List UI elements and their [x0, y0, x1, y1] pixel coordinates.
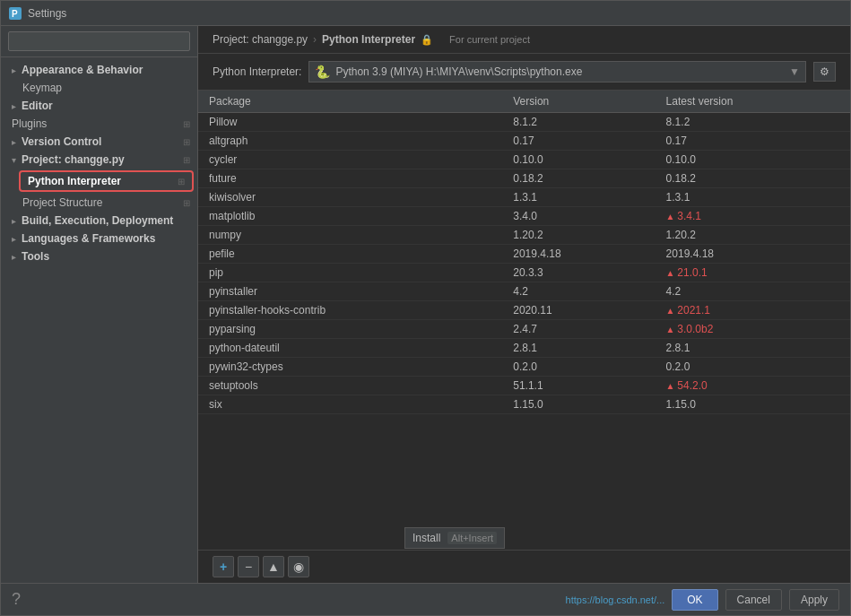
breadcrumb-separator: ›: [313, 33, 317, 46]
package-name: future: [198, 169, 502, 188]
sidebar-item-plugins[interactable]: Plugins ⊞: [1, 115, 197, 133]
sidebar-item-version-control[interactable]: ▸ Version Control ⊞: [1, 133, 197, 151]
python-icon: 🐍: [315, 65, 330, 79]
dropdown-arrow-icon: ▼: [789, 65, 800, 78]
app-icon: P: [8, 6, 22, 21]
upgrade-package-button[interactable]: ▲: [263, 556, 284, 577]
sidebar-item-project[interactable]: ▾ Project: changge.py ⊞: [1, 151, 197, 169]
add-package-button[interactable]: +: [213, 556, 234, 577]
package-latest: 2.8.1: [656, 339, 850, 358]
package-latest: 8.1.2: [656, 113, 850, 132]
package-name: kiwisolver: [198, 188, 502, 207]
package-latest: 1.3.1: [656, 188, 850, 207]
package-latest: 0.18.2: [656, 169, 850, 188]
interpreter-icon: ⊞: [178, 177, 185, 187]
table-row[interactable]: cycler0.10.00.10.0: [198, 151, 850, 169]
window-title: Settings: [28, 7, 66, 20]
package-latest: 4.2: [656, 282, 850, 301]
package-latest: 0.10.0: [656, 151, 850, 169]
sidebar-item-editor[interactable]: ▸ Editor: [1, 97, 197, 115]
package-version: 2019.4.18: [502, 245, 655, 264]
interpreter-select[interactable]: 🐍 Python 3.9 (MIYA) H:\MIYA\venv\Scripts…: [308, 61, 806, 82]
table-row[interactable]: python-dateutil2.8.12.8.1: [198, 339, 850, 358]
title-bar: P Settings: [1, 1, 850, 26]
package-version: 0.17: [502, 132, 655, 151]
chevron-right-icon2: ▸: [12, 101, 16, 111]
toolbar: + − ▲ ◉ Install Alt+Insert: [198, 550, 850, 583]
sidebar-item-keymap[interactable]: Keymap: [1, 79, 197, 97]
content-area: Project: changge.py › Python Interpreter…: [198, 26, 850, 583]
table-row[interactable]: matplotlib3.4.0▲ 3.4.1: [198, 207, 850, 226]
breadcrumb-note: For current project: [449, 34, 530, 45]
sidebar-nav: ▸ Appearance & Behavior Keymap ▸ Editor …: [1, 57, 197, 583]
chevron-down-icon: ▾: [12, 155, 16, 165]
package-latest: ▲ 54.2.0: [656, 377, 850, 395]
interpreter-select-text: Python 3.9 (MIYA) H:\MIYA\venv\Scripts\p…: [335, 65, 784, 78]
sidebar-item-languages[interactable]: ▸ Languages & Frameworks: [1, 230, 197, 247]
chevron-right-icon5: ▸: [12, 234, 16, 244]
table-row[interactable]: pyinstaller4.24.2: [198, 282, 850, 301]
table-row[interactable]: setuptools51.1.1▲ 54.2.0: [198, 377, 850, 395]
package-name: numpy: [198, 226, 502, 245]
svg-text:P: P: [12, 9, 18, 19]
col-latest: Latest version: [656, 91, 850, 113]
sidebar-item-build[interactable]: ▸ Build, Execution, Deployment: [1, 212, 197, 230]
package-latest: ▲ 21.0.1: [656, 264, 850, 282]
table-row[interactable]: pefile2019.4.182019.4.18: [198, 245, 850, 264]
sidebar-item-tools[interactable]: ▸ Tools: [1, 247, 197, 265]
package-name: pywin32-ctypes: [198, 358, 502, 377]
package-name: python-dateutil: [198, 339, 502, 358]
cancel-button[interactable]: Cancel: [725, 589, 782, 611]
package-version: 0.18.2: [502, 169, 655, 188]
package-latest: ▲ 2021.1: [656, 301, 850, 320]
remove-package-button[interactable]: −: [238, 556, 259, 577]
package-version: 1.15.0: [502, 395, 655, 414]
main-content: ▸ Appearance & Behavior Keymap ▸ Editor …: [1, 26, 850, 583]
sidebar: ▸ Appearance & Behavior Keymap ▸ Editor …: [1, 26, 198, 583]
table-row[interactable]: pip20.3.3▲ 21.0.1: [198, 264, 850, 282]
vcs-icon: ⊞: [183, 137, 190, 147]
table-row[interactable]: pywin32-ctypes0.2.00.2.0: [198, 358, 850, 377]
table-row[interactable]: pyparsing2.4.7▲ 3.0.0b2: [198, 320, 850, 339]
chevron-right-icon3: ▸: [12, 137, 16, 147]
table-row[interactable]: future0.18.20.18.2: [198, 169, 850, 188]
package-version: 1.3.1: [502, 188, 655, 207]
apply-button[interactable]: Apply: [789, 589, 839, 611]
help-button[interactable]: ?: [12, 590, 21, 609]
package-version: 8.1.2: [502, 113, 655, 132]
chevron-right-icon4: ▸: [12, 216, 16, 226]
package-name: cycler: [198, 151, 502, 169]
sidebar-item-python-interpreter[interactable]: Python Interpreter ⊞: [19, 170, 194, 192]
package-name: matplotlib: [198, 207, 502, 226]
table-row[interactable]: Pillow8.1.28.1.2: [198, 113, 850, 132]
sidebar-item-appearance[interactable]: ▸ Appearance & Behavior: [1, 61, 197, 79]
table-row[interactable]: numpy1.20.21.20.2: [198, 226, 850, 245]
chevron-right-icon6: ▸: [12, 252, 16, 262]
search-input[interactable]: [8, 31, 190, 51]
table-row[interactable]: kiwisolver1.3.11.3.1: [198, 188, 850, 207]
table-row[interactable]: altgraph0.170.17: [198, 132, 850, 151]
package-version: 2020.11: [502, 301, 655, 320]
bottom-link[interactable]: https://blog.csdn.net/...: [566, 594, 665, 605]
package-name: six: [198, 395, 502, 414]
search-box: [1, 26, 197, 57]
col-version: Version: [502, 91, 655, 113]
package-latest: ▲ 3.0.0b2: [656, 320, 850, 339]
table-row[interactable]: pyinstaller-hooks-contrib2020.11▲ 2021.1: [198, 301, 850, 320]
package-version: 2.4.7: [502, 320, 655, 339]
lock-icon: 🔒: [421, 34, 433, 46]
package-latest: 0.2.0: [656, 358, 850, 377]
ok-button[interactable]: OK: [672, 589, 717, 611]
show-details-button[interactable]: ◉: [288, 556, 309, 577]
breadcrumb: Project: changge.py › Python Interpreter…: [198, 26, 850, 54]
sidebar-item-project-structure[interactable]: Project Structure ⊞: [1, 194, 197, 212]
table-row[interactable]: six1.15.01.15.0: [198, 395, 850, 414]
structure-icon: ⊞: [183, 198, 190, 208]
package-name: pyinstaller: [198, 282, 502, 301]
packages-table-container: Package Version Latest version Pillow8.1…: [198, 91, 850, 550]
bottom-actions: https://blog.csdn.net/... OK Cancel Appl…: [566, 589, 839, 611]
package-latest: 1.15.0: [656, 395, 850, 414]
package-name: pefile: [198, 245, 502, 264]
interpreter-gear-button[interactable]: ⚙: [813, 62, 836, 82]
package-latest: 2019.4.18: [656, 245, 850, 264]
